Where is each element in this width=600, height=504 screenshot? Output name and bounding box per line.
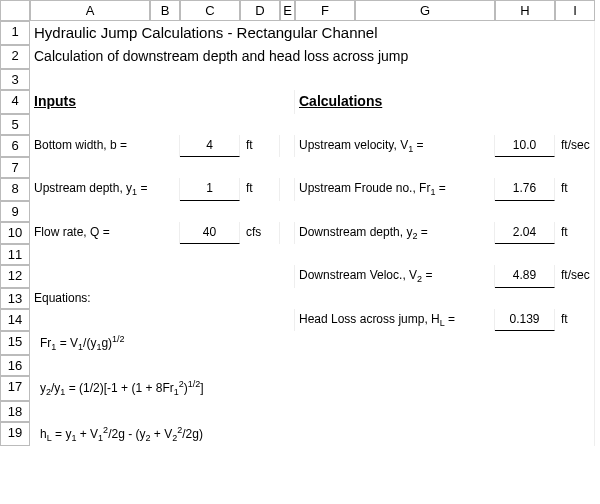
upstream-depth-unit[interactable]: ft — [240, 178, 280, 200]
cell-12a[interactable] — [30, 265, 295, 287]
col-header-E[interactable]: E — [280, 0, 295, 21]
bottom-width-label[interactable]: Bottom width, b = — [30, 135, 180, 157]
col-header-B[interactable]: B — [150, 0, 180, 21]
equation-3[interactable]: hL = y1 + V12/2g - (y2 + V22/2g) — [30, 422, 595, 446]
upstream-froude-value[interactable]: 1.76 — [495, 178, 555, 200]
row-header-5[interactable]: 5 — [0, 114, 30, 135]
row-header-14[interactable]: 14 — [0, 309, 30, 331]
row-header-9[interactable]: 9 — [0, 201, 30, 222]
downstream-depth-unit[interactable]: ft — [555, 222, 595, 244]
head-loss-unit[interactable]: ft — [555, 309, 595, 331]
upstream-froude-label[interactable]: Upstream Froude no., Fr1 = — [295, 178, 495, 200]
col-header-H[interactable]: H — [495, 0, 555, 21]
row-header-18[interactable]: 18 — [0, 401, 30, 422]
upstream-depth-value[interactable]: 1 — [180, 178, 240, 200]
cell-18[interactable] — [30, 401, 595, 422]
upstream-velocity-label[interactable]: Upstream velocity, V1 = — [295, 135, 495, 157]
cell-16[interactable] — [30, 355, 595, 376]
cell-7[interactable] — [30, 157, 595, 178]
upstream-froude-unit[interactable]: ft — [555, 178, 595, 200]
bottom-width-value[interactable]: 4 — [180, 135, 240, 157]
flow-rate-unit[interactable]: cfs — [240, 222, 280, 244]
equation-1[interactable]: Fr1 = V1/(y1g)1/2 — [30, 331, 595, 355]
flow-rate-value[interactable]: 40 — [180, 222, 240, 244]
col-header-C[interactable]: C — [180, 0, 240, 21]
col-header-A[interactable]: A — [30, 0, 150, 21]
equation-2[interactable]: y2/y1 = (1/2)[-1 + (1 + 8Fr12)1/2] — [30, 376, 595, 400]
row-header-12[interactable]: 12 — [0, 265, 30, 287]
col-header-I[interactable]: I — [555, 0, 595, 21]
downstream-velocity-label[interactable]: Downstream Veloc., V2 = — [295, 265, 495, 287]
col-header-D[interactable]: D — [240, 0, 280, 21]
head-loss-label[interactable]: Head Loss across jump, HL = — [295, 309, 495, 331]
row-header-7[interactable]: 7 — [0, 157, 30, 178]
title-1[interactable]: Hydraulic Jump Calculations - Rectangula… — [30, 21, 595, 45]
cell-14a[interactable] — [30, 309, 295, 331]
flow-rate-label[interactable]: Flow rate, Q = — [30, 222, 180, 244]
upstream-depth-label[interactable]: Upstream depth, y1 = — [30, 178, 180, 200]
downstream-velocity-value[interactable]: 4.89 — [495, 265, 555, 287]
row-header-1[interactable]: 1 — [0, 21, 30, 45]
cell-6e[interactable] — [280, 135, 295, 157]
row-header-6[interactable]: 6 — [0, 135, 30, 157]
row-header-17[interactable]: 17 — [0, 376, 30, 400]
bottom-width-unit[interactable]: ft — [240, 135, 280, 157]
title-2[interactable]: Calculation of downstream depth and head… — [30, 45, 595, 69]
cell-8e[interactable] — [280, 178, 295, 200]
upstream-velocity-unit[interactable]: ft/sec — [555, 135, 595, 157]
downstream-velocity-unit[interactable]: ft/sec — [555, 265, 595, 287]
equations-header[interactable]: Equations: — [30, 288, 595, 309]
spreadsheet: A B C D E F G H I 1 Hydraulic Jump Calcu… — [0, 0, 600, 446]
col-header-F[interactable]: F — [295, 0, 355, 21]
inputs-header[interactable]: Inputs — [30, 90, 295, 114]
col-header-G[interactable]: G — [355, 0, 495, 21]
calcs-header[interactable]: Calculations — [295, 90, 595, 114]
cell-10e[interactable] — [280, 222, 295, 244]
downstream-depth-value[interactable]: 2.04 — [495, 222, 555, 244]
row-header-2[interactable]: 2 — [0, 45, 30, 69]
row-header-16[interactable]: 16 — [0, 355, 30, 376]
row-header-4[interactable]: 4 — [0, 90, 30, 114]
row-header-11[interactable]: 11 — [0, 244, 30, 265]
cell-5[interactable] — [30, 114, 595, 135]
row-header-10[interactable]: 10 — [0, 222, 30, 244]
head-loss-value[interactable]: 0.139 — [495, 309, 555, 331]
row-header-15[interactable]: 15 — [0, 331, 30, 355]
cell-3[interactable] — [30, 69, 595, 90]
upstream-velocity-value[interactable]: 10.0 — [495, 135, 555, 157]
corner-cell — [0, 0, 30, 21]
row-header-8[interactable]: 8 — [0, 178, 30, 200]
cell-9[interactable] — [30, 201, 595, 222]
row-header-13[interactable]: 13 — [0, 288, 30, 309]
downstream-depth-label[interactable]: Downstream depth, y2 = — [295, 222, 495, 244]
cell-11[interactable] — [30, 244, 595, 265]
row-header-3[interactable]: 3 — [0, 69, 30, 90]
row-header-19[interactable]: 19 — [0, 422, 30, 446]
